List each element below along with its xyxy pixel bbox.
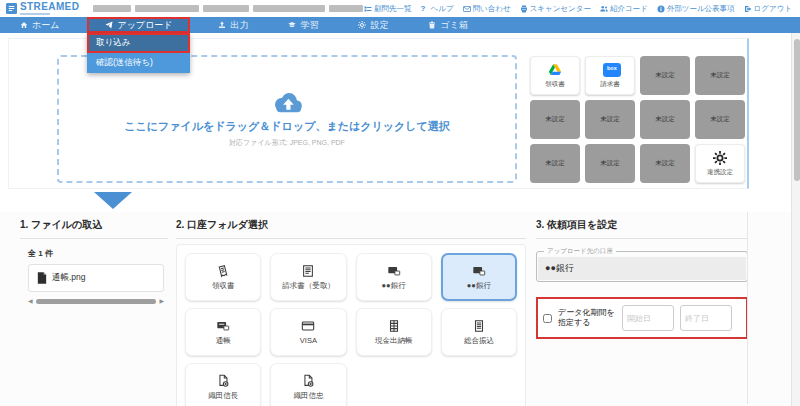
cloud-upload-icon [270,91,304,115]
integration-cell[interactable]: 未設定 [695,100,745,139]
help-icon: ? [421,5,429,13]
gear-icon [713,151,727,165]
integration-cell[interactable]: box 請求書 [585,56,635,95]
period-checkbox[interactable] [543,314,552,323]
integration-grid: 領収書 box 請求書 未設定 未設定 未設定 未設定 未設定 未設定 未設定 … [530,56,745,183]
nav-item[interactable]: 設定 [346,17,400,33]
dropdown-item[interactable]: 確認(送信待ち) [87,53,190,73]
folder-card[interactable]: ●●銀行 [441,253,517,301]
redacted-account-name [93,5,363,12]
section1-title: 1. ファイルの取込 [20,218,168,239]
end-date-input[interactable] [680,305,732,331]
nav-item[interactable]: ゴミ箱 [416,17,479,33]
upload-dropdown-menu: 取り込み 確認(送信待ち) [87,33,190,73]
output-icon [218,21,226,29]
folder-card[interactable]: 現金出納帳 [356,308,432,356]
home-icon [20,21,28,29]
scroll-left-icon[interactable]: ◀ [28,298,33,304]
bank-icon [472,264,486,278]
page-scrollbar-thumb[interactable] [794,39,800,181]
receipt-icon [216,264,230,278]
clients-icon [364,5,372,13]
folder-card[interactable]: 織田信忠 [270,363,346,406]
integration-cell[interactable]: 未設定 [695,56,745,95]
folder-card[interactable]: ●●銀行 [356,253,432,301]
folder-card[interactable]: 織田信長 [185,363,261,406]
scrollbar-thumb[interactable] [36,299,157,304]
header-link[interactable]: 顧問先一覧 [364,4,412,14]
file-list-scrollbar: ◀ ▶ [28,298,164,304]
file-dropzone[interactable]: ここにファイルをドラッグ＆ドロップ、またはクリックして選択 対応ファイル形式: … [57,55,517,183]
dropzone-text: ここにファイルをドラッグ＆ドロップ、またはクリックして選択 [124,119,449,134]
folder-card[interactable]: 総合振込 [441,308,517,356]
nav-item[interactable]: 学習 [276,17,330,33]
logout-icon [744,5,752,13]
file-item[interactable]: 通帳.png [28,264,164,292]
trash-icon [428,21,436,29]
section-folder-select: 2. 口座フォルダ選択 領収書 請求書（受取） ●●銀行 ●●銀行 通帳 VIS… [176,218,526,406]
doc-icon [472,319,486,333]
top-header: STREAMED 顧問先一覧 ? ヘルプ 問い合わせ スキャンセンター 紹介コー… [0,0,800,17]
header-link[interactable]: スキャンセンター [520,4,591,14]
flow-down-arrow [94,192,132,209]
nav-item[interactable]: アップロード [87,17,190,33]
integration-cell[interactable]: 未設定 [530,100,580,139]
page-scrollbar[interactable] [791,33,800,406]
header-links: 顧問先一覧 ? ヘルプ 問い合わせ スキャンセンター 紹介コード 外部ツール公表… [364,4,792,14]
users-icon [600,5,608,13]
dropzone-formats: 対応ファイル形式: JPEG, PNG, PDF [229,138,345,148]
printer-icon [520,5,528,13]
info-icon [657,5,665,13]
header-link[interactable]: ログアウト [744,4,792,14]
mail-icon [463,5,471,13]
folder-card[interactable]: VISA [270,308,346,356]
upload-account-value: ●●銀行 [538,257,746,280]
data-period-annotation-box: データ化期間を指定する [536,297,748,339]
integration-cell[interactable]: 未設定 [640,100,690,139]
scroll-right-icon[interactable]: ▶ [159,298,164,304]
brand[interactable]: STREAMED [6,2,79,15]
learn-icon [288,21,296,29]
integration-cell[interactable]: 未設定 [585,144,635,183]
bank-icon [387,264,401,278]
section-file-import: 1. ファイルの取込 全 1 件 通帳.png ◀ ▶ [20,218,168,304]
streamed-logo-text: STREAMED [20,2,79,12]
header-link[interactable]: 問い合わせ [463,4,511,14]
integration-cell[interactable]: 未設定 [640,144,690,183]
logo-tagline-bar [20,13,50,15]
integration-cell[interactable]: 未設定 [640,56,690,95]
bottom-right-rule [747,212,748,404]
integration-cell[interactable]: 未設定 [585,100,635,139]
upload-account-label: アップロード先の口座 [544,247,616,256]
folder-card[interactable]: 領収書 [185,253,261,301]
passbook-icon [216,319,230,333]
section3-title: 3. 依頼項目を設定 [536,218,748,239]
streamed-logo-icon [6,3,17,14]
box-icon: box [603,63,617,77]
header-link[interactable]: ? ヘルプ [421,4,454,14]
upload-account-field: アップロード先の口座 ●●銀行 [536,247,748,282]
filegear-icon [216,374,230,388]
integration-cell[interactable]: 連携設定 [695,144,745,183]
bottom-area: 1. ファイルの取込 全 1 件 通帳.png ◀ ▶ 2. 口座フォルダ選択 … [0,212,800,406]
folder-card[interactable]: 請求書（受取） [270,253,346,301]
integration-cell[interactable]: 未設定 [530,144,580,183]
integration-cell[interactable]: 領収書 [530,56,580,95]
file-icon [37,272,47,284]
filegear-icon [301,374,315,388]
gear-icon [358,21,366,29]
file-list: 通帳.png [28,264,164,292]
section2-title: 2. 口座フォルダ選択 [176,218,526,239]
header-link[interactable]: 紹介コード [600,4,648,14]
file-count: 全 1 件 [28,248,168,259]
nav-item[interactable]: 出力 [206,17,260,33]
period-checkbox-label: データ化期間を指定する [558,308,616,329]
card-icon [301,319,315,333]
ledger-icon [387,319,401,333]
start-date-input[interactable] [622,305,674,331]
dropdown-item[interactable]: 取り込み [87,33,190,53]
gdrive-icon [548,63,562,77]
header-link[interactable]: 外部ツール公表事項 [657,4,735,14]
nav-item[interactable]: ホーム [8,17,71,33]
folder-card[interactable]: 通帳 [185,308,261,356]
